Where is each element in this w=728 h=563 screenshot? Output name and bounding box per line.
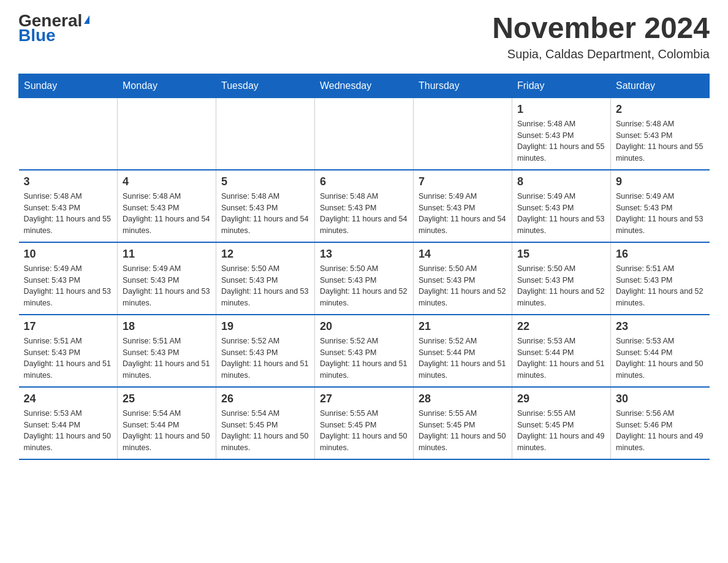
logo: General Blue [18,12,89,44]
day-number: 13 [320,248,408,261]
calendar-cell: 16 Sunrise: 5:51 AMSunset: 5:43 PMDaylig… [611,242,710,315]
calendar-cell: 30 Sunrise: 5:56 AMSunset: 5:46 PMDaylig… [611,387,710,459]
page-header: General Blue November 2024 Supia, Caldas… [18,12,710,61]
day-number: 27 [320,393,408,405]
day-number: 5 [221,175,309,188]
day-info: Sunrise: 5:52 AMSunset: 5:43 PMDaylight:… [320,335,408,381]
day-info: Sunrise: 5:54 AMSunset: 5:45 PMDaylight:… [221,408,309,454]
calendar-cell: 14 Sunrise: 5:50 AMSunset: 5:43 PMDaylig… [414,242,512,315]
day-number: 25 [123,393,211,405]
col-saturday: Saturday [611,74,710,98]
day-info: Sunrise: 5:52 AMSunset: 5:43 PMDaylight:… [221,335,309,381]
day-info: Sunrise: 5:56 AMSunset: 5:46 PMDaylight:… [616,408,705,454]
calendar-cell: 18 Sunrise: 5:51 AMSunset: 5:43 PMDaylig… [118,315,216,387]
day-number: 3 [24,175,113,188]
day-number: 30 [616,393,705,405]
day-info: Sunrise: 5:48 AMSunset: 5:43 PMDaylight:… [616,118,705,164]
calendar-cell: 9 Sunrise: 5:49 AMSunset: 5:43 PMDayligh… [611,170,710,242]
calendar-cell [19,98,118,170]
day-number: 17 [24,320,113,333]
col-monday: Monday [118,74,216,98]
calendar-cell: 13 Sunrise: 5:50 AMSunset: 5:43 PMDaylig… [315,242,414,315]
calendar-cell: 25 Sunrise: 5:54 AMSunset: 5:44 PMDaylig… [118,387,216,459]
day-number: 18 [123,320,211,333]
page-title: November 2024 [492,12,710,45]
day-number: 11 [123,248,211,261]
day-number: 24 [24,393,113,405]
day-info: Sunrise: 5:48 AMSunset: 5:43 PMDaylight:… [517,118,605,164]
calendar-cell: 10 Sunrise: 5:49 AMSunset: 5:43 PMDaylig… [19,242,118,315]
calendar-cell: 1 Sunrise: 5:48 AMSunset: 5:43 PMDayligh… [512,98,611,170]
col-wednesday: Wednesday [315,74,414,98]
calendar-cell [315,98,414,170]
day-info: Sunrise: 5:54 AMSunset: 5:44 PMDaylight:… [123,408,211,454]
day-info: Sunrise: 5:51 AMSunset: 5:43 PMDaylight:… [616,263,705,309]
calendar-cell: 8 Sunrise: 5:49 AMSunset: 5:43 PMDayligh… [512,170,611,242]
day-number: 20 [320,320,408,333]
day-number: 15 [517,248,605,261]
day-info: Sunrise: 5:50 AMSunset: 5:43 PMDaylight:… [419,263,507,309]
day-number: 22 [517,320,605,333]
calendar-header-row: Sunday Monday Tuesday Wednesday Thursday… [19,74,710,98]
day-number: 26 [221,393,309,405]
calendar-cell: 27 Sunrise: 5:55 AMSunset: 5:45 PMDaylig… [315,387,414,459]
calendar-cell [216,98,315,170]
day-number: 21 [419,320,507,333]
day-info: Sunrise: 5:55 AMSunset: 5:45 PMDaylight:… [517,408,605,454]
day-number: 2 [616,103,705,116]
day-number: 6 [320,175,408,188]
col-tuesday: Tuesday [216,74,315,98]
calendar-cell: 28 Sunrise: 5:55 AMSunset: 5:45 PMDaylig… [414,387,512,459]
calendar-cell: 22 Sunrise: 5:53 AMSunset: 5:44 PMDaylig… [512,315,611,387]
day-info: Sunrise: 5:49 AMSunset: 5:43 PMDaylight:… [123,263,211,309]
calendar-cell: 23 Sunrise: 5:53 AMSunset: 5:44 PMDaylig… [611,315,710,387]
day-number: 7 [419,175,507,188]
day-info: Sunrise: 5:49 AMSunset: 5:43 PMDaylight:… [517,191,605,237]
calendar-table: Sunday Monday Tuesday Wednesday Thursday… [18,74,710,460]
calendar-cell: 15 Sunrise: 5:50 AMSunset: 5:43 PMDaylig… [512,242,611,315]
col-sunday: Sunday [19,74,118,98]
calendar-cell: 26 Sunrise: 5:54 AMSunset: 5:45 PMDaylig… [216,387,315,459]
calendar-week-row: 10 Sunrise: 5:49 AMSunset: 5:43 PMDaylig… [19,242,710,315]
day-number: 4 [123,175,211,188]
day-info: Sunrise: 5:48 AMSunset: 5:43 PMDaylight:… [123,191,211,237]
day-number: 9 [616,175,705,188]
calendar-cell: 24 Sunrise: 5:53 AMSunset: 5:44 PMDaylig… [19,387,118,459]
col-thursday: Thursday [414,74,512,98]
day-info: Sunrise: 5:55 AMSunset: 5:45 PMDaylight:… [419,408,507,454]
calendar-cell: 6 Sunrise: 5:48 AMSunset: 5:43 PMDayligh… [315,170,414,242]
day-info: Sunrise: 5:48 AMSunset: 5:43 PMDaylight:… [24,191,113,237]
day-info: Sunrise: 5:50 AMSunset: 5:43 PMDaylight:… [320,263,408,309]
day-info: Sunrise: 5:53 AMSunset: 5:44 PMDaylight:… [24,408,113,454]
day-info: Sunrise: 5:53 AMSunset: 5:44 PMDaylight:… [517,335,605,381]
day-info: Sunrise: 5:50 AMSunset: 5:43 PMDaylight:… [221,263,309,309]
calendar-cell: 12 Sunrise: 5:50 AMSunset: 5:43 PMDaylig… [216,242,315,315]
calendar-cell: 20 Sunrise: 5:52 AMSunset: 5:43 PMDaylig… [315,315,414,387]
day-number: 14 [419,248,507,261]
calendar-cell: 4 Sunrise: 5:48 AMSunset: 5:43 PMDayligh… [118,170,216,242]
col-friday: Friday [512,74,611,98]
day-number: 23 [616,320,705,333]
day-info: Sunrise: 5:49 AMSunset: 5:43 PMDaylight:… [419,191,507,237]
day-info: Sunrise: 5:48 AMSunset: 5:43 PMDaylight:… [221,191,309,237]
day-number: 19 [221,320,309,333]
calendar-cell: 2 Sunrise: 5:48 AMSunset: 5:43 PMDayligh… [611,98,710,170]
calendar-cell: 7 Sunrise: 5:49 AMSunset: 5:43 PMDayligh… [414,170,512,242]
calendar-cell: 19 Sunrise: 5:52 AMSunset: 5:43 PMDaylig… [216,315,315,387]
day-info: Sunrise: 5:53 AMSunset: 5:44 PMDaylight:… [616,335,705,381]
calendar-cell: 3 Sunrise: 5:48 AMSunset: 5:43 PMDayligh… [19,170,118,242]
day-info: Sunrise: 5:51 AMSunset: 5:43 PMDaylight:… [123,335,211,381]
calendar-cell: 17 Sunrise: 5:51 AMSunset: 5:43 PMDaylig… [19,315,118,387]
day-info: Sunrise: 5:49 AMSunset: 5:43 PMDaylight:… [616,191,705,237]
day-number: 29 [517,393,605,405]
day-info: Sunrise: 5:50 AMSunset: 5:43 PMDaylight:… [517,263,605,309]
day-number: 28 [419,393,507,405]
calendar-cell [414,98,512,170]
day-info: Sunrise: 5:51 AMSunset: 5:43 PMDaylight:… [24,335,113,381]
calendar-week-row: 24 Sunrise: 5:53 AMSunset: 5:44 PMDaylig… [19,387,710,459]
calendar-cell: 5 Sunrise: 5:48 AMSunset: 5:43 PMDayligh… [216,170,315,242]
day-number: 10 [24,248,113,261]
day-info: Sunrise: 5:48 AMSunset: 5:43 PMDaylight:… [320,191,408,237]
calendar-week-row: 1 Sunrise: 5:48 AMSunset: 5:43 PMDayligh… [19,98,710,170]
calendar-week-row: 17 Sunrise: 5:51 AMSunset: 5:43 PMDaylig… [19,315,710,387]
